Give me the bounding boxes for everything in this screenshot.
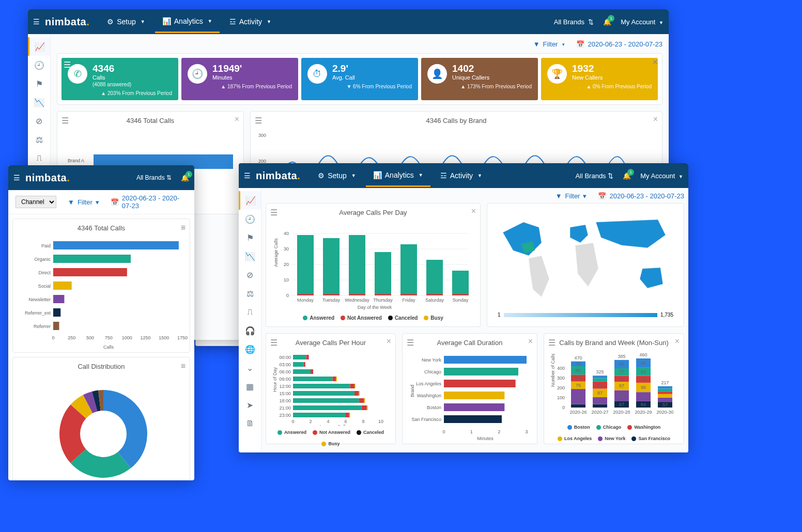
clock-icon: 🕘 xyxy=(188,64,207,84)
brand-selector[interactable]: All Brands ⇅ xyxy=(136,174,172,181)
svg-text:Wednesday: Wednesday xyxy=(345,298,369,303)
svg-text:15:00: 15:00 xyxy=(279,391,291,396)
brand-logo[interactable]: nimbata. xyxy=(25,172,70,184)
kpi-new[interactable]: 🏆 1932New Callers▲ 0% From Previous Peri… xyxy=(541,58,658,100)
nav-table-icon[interactable]: ▦ xyxy=(239,377,261,396)
panel-menu-icon[interactable]: ☰ xyxy=(548,338,556,348)
svg-text:300: 300 xyxy=(557,375,565,381)
nav-pulse-icon[interactable]: ⎍ xyxy=(239,303,261,321)
nav-analytics[interactable]: 📊Analytics▼ xyxy=(155,11,220,33)
date-range[interactable]: 📅 2020-06-23 - 2020-07-23 xyxy=(598,192,684,200)
panel-title: 4346 Total Calls xyxy=(18,224,184,232)
svg-text:100: 100 xyxy=(557,395,565,400)
panel-menu-icon[interactable]: ≡ xyxy=(181,362,186,371)
nav-activity[interactable]: ☲ Activity ▼ xyxy=(433,165,489,187)
panel-close-icon[interactable]: × xyxy=(387,337,391,346)
calendar-icon: 📅 xyxy=(576,40,584,48)
svg-text:2020-26: 2020-26 xyxy=(569,410,587,415)
nav-balance-icon[interactable]: ⚖ xyxy=(28,130,50,149)
nav-flag-icon[interactable]: ⚑ xyxy=(28,74,50,93)
nav-dashboard-icon[interactable]: 📈 xyxy=(28,37,50,56)
kpi-unique[interactable]: 👤 1402Unique Callers▲ 173% From Previous… xyxy=(421,58,538,100)
panel-close-icon[interactable]: × xyxy=(675,337,680,346)
panel-close-icon[interactable]: × xyxy=(653,115,658,124)
brand-selector[interactable]: All Brands ⇅ xyxy=(554,18,594,26)
svg-text:1250: 1250 xyxy=(141,335,151,340)
svg-rect-52 xyxy=(400,244,417,295)
panel-menu-icon[interactable]: ☰ xyxy=(270,208,277,217)
svg-text:0: 0 xyxy=(562,405,565,410)
nav-location-icon[interactable]: ➤ xyxy=(239,396,261,414)
nav-block-icon[interactable]: ⊘ xyxy=(239,265,261,284)
nav-block-icon[interactable]: ⊘ xyxy=(28,112,50,130)
menu-icon[interactable]: ☰ xyxy=(13,174,20,182)
nav-balance-icon[interactable]: ⚖ xyxy=(239,284,261,303)
filter-button[interactable]: ▼ Filter ▾ xyxy=(556,192,587,200)
nav-doc-icon[interactable]: 🗎 xyxy=(239,414,261,433)
account-menu[interactable]: My Account ▼ xyxy=(621,18,664,26)
map-max: 1,735 xyxy=(660,312,673,318)
brand-logo[interactable]: nimbata. xyxy=(256,170,300,182)
account-menu[interactable]: My Account ▼ xyxy=(640,172,683,180)
world-map[interactable] xyxy=(492,207,678,310)
chevron-down-icon: ▼ xyxy=(208,19,212,24)
nav-globe-icon[interactable]: 🌐 xyxy=(239,340,261,358)
nav-clock-icon[interactable]: 🕘 xyxy=(239,210,261,228)
kpi-close-icon[interactable]: × xyxy=(652,57,658,68)
date-range[interactable]: 📅2020-06-23 - 2020-07-23 xyxy=(576,40,662,48)
notif-badge: 1 xyxy=(608,15,614,22)
svg-text:Saturday: Saturday xyxy=(425,298,444,303)
panel-close-icon[interactable]: × xyxy=(235,115,239,124)
gear-icon: ⚙ xyxy=(107,18,114,26)
svg-text:40: 40 xyxy=(284,231,289,236)
nav-dashboard-icon[interactable]: 📈 xyxy=(239,191,261,210)
panel-menu-icon[interactable]: ☰ xyxy=(270,338,277,348)
svg-rect-105 xyxy=(346,413,349,417)
panel-close-icon[interactable]: × xyxy=(528,337,533,346)
svg-text:86: 86 xyxy=(576,368,581,373)
notifications-icon[interactable]: 🔔1 xyxy=(603,18,611,26)
svg-text:57: 57 xyxy=(662,402,668,408)
filter-button[interactable]: ▼Filter▾ xyxy=(533,40,565,48)
nav-clock-icon[interactable]: 🕘 xyxy=(28,56,50,74)
svg-text:Average Calls: Average Calls xyxy=(319,424,348,426)
panel-menu-icon[interactable]: ☰ xyxy=(255,116,262,126)
svg-text:49: 49 xyxy=(576,361,581,366)
svg-text:109: 109 xyxy=(618,393,625,398)
kpi-minutes[interactable]: 🕘 11949'Minutes▲ 187% From Previous Peri… xyxy=(181,58,298,100)
panel-menu-icon[interactable]: ☰ xyxy=(61,116,69,126)
kpi-menu-icon[interactable]: ☰ xyxy=(64,60,71,70)
brand-logo[interactable]: nimbata. xyxy=(45,16,89,28)
nav-flag-icon[interactable]: ⚑ xyxy=(239,228,261,247)
svg-rect-65 xyxy=(306,355,309,359)
nav-trend-icon[interactable]: 📉 xyxy=(239,247,261,265)
date-range[interactable]: 📅 2020-06-23 - 2020-07-23 xyxy=(111,194,187,210)
menu-icon[interactable]: ☰ xyxy=(33,18,40,26)
nav-expand-icon[interactable]: ⌄ xyxy=(239,358,261,377)
nav-trend-icon[interactable]: 📉 xyxy=(28,93,50,112)
nav-analytics[interactable]: 📊 Analytics ▼ xyxy=(366,165,430,187)
svg-text:Social: Social xyxy=(38,284,51,289)
panel-menu-icon[interactable]: ≡ xyxy=(181,223,186,232)
svg-rect-94 xyxy=(293,398,359,403)
nav-setup[interactable]: ⚙ Setup ▼ xyxy=(311,165,363,187)
svg-text:94: 94 xyxy=(641,361,646,366)
kpi-avg-call[interactable]: ⏱ 2.9'Avg. Call▼ 6% From Previous Period xyxy=(301,58,418,100)
menu-icon[interactable]: ☰ xyxy=(244,171,251,180)
channel-select[interactable]: Channel xyxy=(16,196,56,208)
notifications-icon[interactable]: 🔔1 xyxy=(623,172,631,180)
nav-activity[interactable]: ☲Activity▼ xyxy=(222,11,279,33)
notifications-icon[interactable]: 🔔1 xyxy=(181,174,189,182)
svg-text:3: 3 xyxy=(525,429,528,434)
kpi-calls[interactable]: ✆ 4346Calls(4088 answered)▲ 203% From Pr… xyxy=(61,58,178,100)
panel-menu-icon[interactable]: ☰ xyxy=(407,338,414,348)
panel-close-icon[interactable]: × xyxy=(471,207,476,216)
svg-text:2: 2 xyxy=(498,429,500,434)
filter-button[interactable]: ▼ Filter ▾ xyxy=(68,198,99,206)
svg-text:2020-29: 2020-29 xyxy=(635,410,652,415)
nav-setup[interactable]: ⚙Setup▼ xyxy=(100,11,152,33)
nav-headset-icon[interactable]: 🎧 xyxy=(239,321,261,340)
brand-selector[interactable]: All Brands ⇅ xyxy=(575,172,613,180)
nav-pulse-icon[interactable]: ⎍ xyxy=(28,149,50,167)
svg-text:Chicago: Chicago xyxy=(424,369,441,374)
